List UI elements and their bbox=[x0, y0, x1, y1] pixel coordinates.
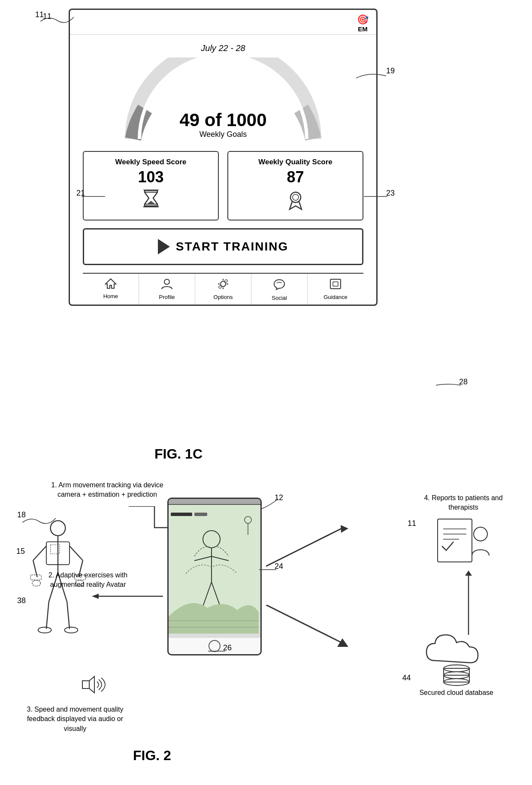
step3-text: 3. Speed and movement quality feedback d… bbox=[21, 705, 129, 734]
speed-score-title: Weekly Speed Score bbox=[88, 158, 214, 166]
svg-point-58 bbox=[474, 527, 487, 541]
bottom-nav: Home Profile bbox=[83, 273, 363, 305]
gauge-text: 49 of 1000 Weekly Goals bbox=[179, 110, 266, 139]
profile-icon bbox=[161, 278, 173, 293]
label-15: 15 bbox=[16, 547, 25, 556]
svg-rect-64 bbox=[82, 681, 89, 688]
award-icon bbox=[233, 190, 358, 214]
score-row: Weekly Speed Score 103 bbox=[83, 151, 363, 220]
nav-home-label: Home bbox=[103, 293, 118, 299]
play-icon bbox=[158, 239, 170, 254]
nav-profile-label: Profile bbox=[159, 294, 175, 300]
label-44: 44 bbox=[402, 673, 411, 682]
svg-rect-46 bbox=[171, 513, 192, 516]
cloud-db-icon bbox=[422, 631, 491, 686]
arrow-tablet-reports bbox=[266, 519, 378, 571]
fig2-area: 1. Arm movement tracking via device came… bbox=[0, 476, 532, 776]
guidance-icon bbox=[329, 278, 342, 293]
home-icon bbox=[105, 278, 117, 292]
tablet-screen bbox=[169, 505, 260, 638]
svg-point-13 bbox=[219, 286, 221, 288]
start-training-button[interactable]: START TRAINING bbox=[83, 228, 363, 265]
speed-score-value: 103 bbox=[88, 168, 214, 186]
fig1c-label: FIG. 1C bbox=[154, 446, 203, 462]
date-label: July 22 - 28 bbox=[83, 43, 363, 53]
nav-social[interactable]: Social bbox=[251, 274, 308, 305]
quality-score-title: Weekly Quality Score bbox=[233, 158, 358, 166]
arrow-19 bbox=[356, 69, 390, 82]
arrow-step2 bbox=[90, 588, 167, 605]
svg-line-21 bbox=[33, 546, 46, 561]
arrow-cloud-reports bbox=[456, 571, 481, 639]
step1-text: 1. Arm movement tracking via device came… bbox=[43, 480, 172, 500]
svg-line-22 bbox=[70, 546, 83, 561]
label-38: 38 bbox=[17, 596, 26, 605]
arrow-21 bbox=[82, 192, 107, 201]
start-training-label: START TRAINING bbox=[176, 240, 288, 254]
svg-point-4 bbox=[290, 192, 301, 202]
quality-score-box: Weekly Quality Score 87 bbox=[227, 151, 363, 220]
svg-rect-14 bbox=[330, 279, 341, 289]
svg-rect-54 bbox=[438, 519, 472, 562]
reports-icon bbox=[435, 517, 491, 568]
arrow-11 bbox=[40, 13, 75, 26]
step2-text: 2. Adaptive exercises with augmented rea… bbox=[45, 571, 131, 590]
svg-point-12 bbox=[225, 280, 227, 282]
svg-point-7 bbox=[221, 281, 226, 287]
tablet-figure bbox=[167, 498, 262, 655]
quality-score-value: 87 bbox=[233, 168, 358, 186]
arrow-26 bbox=[206, 647, 227, 655]
svg-marker-53 bbox=[465, 571, 472, 576]
svg-point-33 bbox=[38, 627, 51, 633]
svg-point-5 bbox=[293, 194, 299, 200]
nav-options-label: Options bbox=[214, 294, 233, 300]
svg-line-32 bbox=[67, 602, 70, 629]
svg-point-27 bbox=[32, 580, 40, 586]
gauge-subtitle: Weekly Goals bbox=[179, 130, 266, 139]
phone-body: July 22 - 28 49 of 1000 Weekly Goals bbox=[70, 35, 376, 305]
svg-point-34 bbox=[64, 627, 78, 633]
em-area: 🎯 EM bbox=[357, 14, 369, 33]
tablet-content bbox=[169, 505, 259, 634]
phone-ui: 🎯 EM July 22 - 28 49 of 1000 Weekl bbox=[69, 9, 378, 306]
cloud-db: Secured cloud database 44 bbox=[419, 631, 493, 697]
svg-marker-51 bbox=[341, 525, 348, 533]
svg-line-31 bbox=[46, 602, 49, 629]
svg-line-23 bbox=[33, 561, 37, 577]
gauge-value: 49 of 1000 bbox=[179, 110, 266, 130]
social-icon bbox=[273, 278, 285, 294]
svg-marker-50 bbox=[337, 638, 348, 647]
arrow-23 bbox=[364, 192, 390, 201]
options-icon bbox=[217, 278, 230, 293]
svg-rect-47 bbox=[194, 513, 207, 516]
target-icon: 🎯 bbox=[357, 14, 369, 25]
svg-rect-15 bbox=[333, 282, 338, 286]
svg-rect-25 bbox=[30, 575, 41, 580]
label-11-reports: 11 bbox=[408, 519, 416, 528]
em-label: EM bbox=[358, 25, 368, 33]
nav-home[interactable]: Home bbox=[83, 274, 139, 305]
arrow-12 bbox=[257, 497, 279, 510]
phone-header: 🎯 EM bbox=[70, 10, 376, 35]
cloud-label: Secured cloud database bbox=[419, 689, 493, 697]
reports-section: 4. Reports to patients and therapists 11 bbox=[420, 493, 506, 570]
gauge-area: 49 of 1000 Weekly Goals bbox=[83, 57, 363, 143]
fig2-label: FIG. 2 bbox=[133, 748, 171, 764]
arrow-28 bbox=[436, 381, 462, 389]
arrow-tablet-cloud bbox=[266, 605, 378, 656]
nav-social-label: Social bbox=[272, 295, 287, 301]
svg-marker-36 bbox=[92, 594, 99, 599]
nav-options[interactable]: Options bbox=[195, 274, 251, 305]
sound-area bbox=[82, 674, 116, 697]
nav-profile[interactable]: Profile bbox=[139, 274, 195, 305]
nav-guidance[interactable]: Guidance bbox=[308, 274, 363, 305]
speed-score-box: Weekly Speed Score 103 bbox=[83, 151, 219, 220]
svg-point-17 bbox=[51, 521, 66, 536]
nav-guidance-label: Guidance bbox=[323, 294, 348, 300]
sound-icon bbox=[82, 674, 116, 695]
step4-text: 4. Reports to patients and therapists bbox=[420, 493, 506, 513]
svg-point-6 bbox=[164, 279, 169, 284]
